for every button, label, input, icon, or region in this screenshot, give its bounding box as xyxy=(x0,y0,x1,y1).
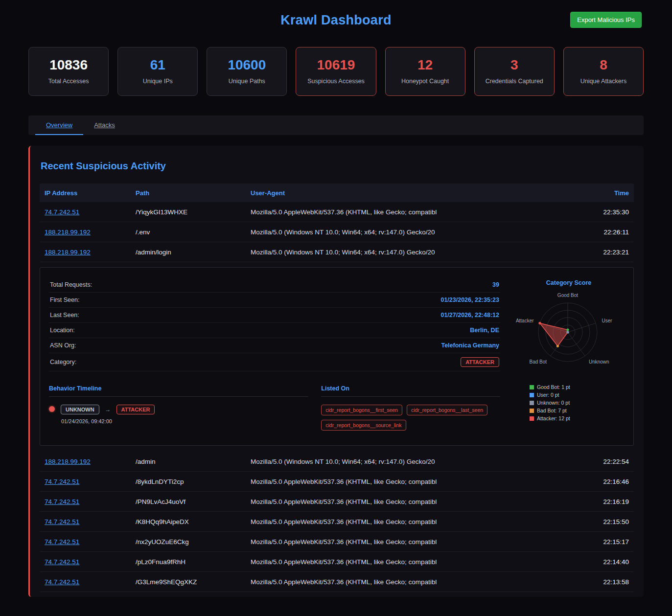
time-cell: 22:15:17 xyxy=(573,538,629,546)
table-row[interactable]: 188.218.99.192 /admin Mozilla/5.0 (Windo… xyxy=(40,452,634,472)
detail-row-first-seen: First Seen: 01/23/2026, 22:35:23 xyxy=(49,293,500,308)
stat-value: 61 xyxy=(121,57,194,73)
table-row[interactable]: 188.218.99.192 /admin/login Mozilla/5.0 … xyxy=(40,242,634,262)
path-cell: /YiqykGI13WHXE xyxy=(136,208,251,216)
tab-attacks[interactable]: Attacks xyxy=(83,115,126,135)
svg-text:Unknown: Unknown xyxy=(589,359,609,365)
table-header-row: IP Address Path User-Agent Time xyxy=(40,183,634,202)
stat-card-unique-paths: 10600 Unique Paths xyxy=(207,47,287,96)
listed-on-badges: cidr_report_bogons__first_seen cidr_repo… xyxy=(321,405,500,431)
stat-label: Honeypot Caught xyxy=(389,78,462,85)
stat-label: Unique IPs xyxy=(121,78,194,85)
listed-on-heading: Listed On xyxy=(321,385,500,397)
category-badge: ATTACKER xyxy=(461,357,499,367)
ip-link[interactable]: 188.218.99.192 xyxy=(45,249,91,256)
column-header-path: Path xyxy=(136,189,251,197)
stat-card-credentials-captured: 3 Credentials Captured xyxy=(474,47,555,96)
tab-bar: Overview Attacks xyxy=(28,115,644,135)
time-cell: 22:15:50 xyxy=(573,518,629,525)
topbar: Krawl Dashboard Export Malicious IPs xyxy=(28,0,644,37)
path-cell: /pLz0Fnua9fRhH xyxy=(136,558,251,566)
svg-text:Attacker: Attacker xyxy=(516,318,534,323)
radar-chart: Good BotUserUnknownBad BotAttacker xyxy=(513,287,625,376)
table-row[interactable]: 74.7.242.51 /nx2yUOZuE6Ckg Mozilla/5.0 A… xyxy=(40,532,634,552)
user-agent-cell: Mozilla/5.0 AppleWebKit/537.36 (KHTML, l… xyxy=(251,538,573,546)
panel-title: Recent Suspicious Activity xyxy=(41,160,634,172)
blocklist-badge[interactable]: cidr_report_bogons__last_seen xyxy=(407,405,487,415)
table-row[interactable]: 74.7.242.51 /YiqykGI13WHXE Mozilla/5.0 A… xyxy=(40,202,634,222)
behavior-timeline-heading: Behavior Timeline xyxy=(49,385,308,397)
detail-label: Category: xyxy=(50,359,76,365)
table-row[interactable]: 74.7.242.51 /pLz0Fnua9fRhH Mozilla/5.0 A… xyxy=(40,552,634,572)
detail-label: First Seen: xyxy=(50,297,79,303)
table-row[interactable]: 74.7.242.51 /K8HQq9hAipeDX Mozilla/5.0 A… xyxy=(40,512,634,532)
table-row[interactable]: 74.7.242.51 /8ykdLnDYTi2cp Mozilla/5.0 A… xyxy=(40,472,634,492)
table-row[interactable]: 188.218.99.192 /.env Mozilla/5.0 (Window… xyxy=(40,222,634,242)
svg-text:Bad Bot: Bad Bot xyxy=(529,359,547,365)
stat-label: Unique Attackers xyxy=(567,78,640,85)
time-cell: 22:13:58 xyxy=(573,578,629,586)
blocklist-badge[interactable]: cidr_report_bogons__first_seen xyxy=(321,405,402,415)
column-header-time: Time xyxy=(573,189,629,197)
table-row[interactable]: 74.7.242.51 /G3Lme9ShEQgXKZ Mozilla/5.0 … xyxy=(40,572,634,592)
time-cell: 22:16:46 xyxy=(573,478,629,485)
export-malicious-ips-button[interactable]: Export Malicious IPs xyxy=(570,12,642,28)
detail-row-location: Location: Berlin, DE xyxy=(49,323,500,338)
column-header-ip: IP Address xyxy=(45,189,136,197)
timeline-to-badge: ATTACKER xyxy=(116,405,155,414)
dashboard: Krawl Dashboard Export Malicious IPs 108… xyxy=(0,0,672,597)
legend-swatch-icon xyxy=(530,385,534,389)
user-agent-cell: Mozilla/5.0 (Windows NT 10.0; Win64; x64… xyxy=(251,228,573,236)
radar-chart-title: Category Score xyxy=(513,279,625,286)
path-cell: /admin xyxy=(136,458,251,465)
user-agent-cell: Mozilla/5.0 AppleWebKit/537.36 (KHTML, l… xyxy=(251,518,573,525)
svg-text:Good Bot: Good Bot xyxy=(557,293,578,298)
suspicious-activity-table: IP Address Path User-Agent Time 74.7.242… xyxy=(40,183,634,592)
stat-label: Unique Paths xyxy=(210,78,283,85)
time-cell: 22:22:54 xyxy=(573,458,629,465)
detail-sub-columns: Behavior Timeline UNKNOWN → ATTACKER xyxy=(49,385,500,431)
stat-label: Total Accesses xyxy=(32,78,105,85)
ip-link[interactable]: 74.7.242.51 xyxy=(45,538,79,546)
path-cell: /PN9LvAcJ4uoVf xyxy=(136,498,251,505)
detail-value: Berlin, DE xyxy=(470,327,499,334)
ip-link[interactable]: 74.7.242.51 xyxy=(45,518,79,525)
stat-card-honeypot-caught: 12 Honeypot Caught xyxy=(385,47,465,96)
timeline-item: UNKNOWN → ATTACKER 01/24/2026, 09:42:00 xyxy=(49,405,308,424)
ip-link[interactable]: 188.218.99.192 xyxy=(45,228,91,236)
detail-row-asn-org: ASN Org: Telefonica Germany xyxy=(49,338,500,353)
ip-link[interactable]: 188.218.99.192 xyxy=(45,458,91,465)
stat-card-unique-attackers: 8 Unique Attackers xyxy=(563,47,644,96)
ip-link[interactable]: 74.7.242.51 xyxy=(45,578,79,586)
radar-legend-item: Bad Bot: 7 pt xyxy=(530,408,625,413)
stat-card-total-accesses: 10836 Total Accesses xyxy=(28,47,109,96)
radar-legend-item: Attacker: 12 pt xyxy=(530,415,625,421)
radar-legend-item: Good Bot: 1 pt xyxy=(530,384,625,390)
radar-legend: Good Bot: 1 ptUser: 0 ptUnknown: 0 ptBad… xyxy=(513,384,625,421)
time-cell: 22:35:30 xyxy=(573,208,629,216)
legend-swatch-icon xyxy=(530,409,534,413)
detail-value: 01/23/2026, 22:35:23 xyxy=(440,297,499,303)
ip-link[interactable]: 74.7.242.51 xyxy=(45,558,79,566)
ip-link[interactable]: 74.7.242.51 xyxy=(45,478,79,485)
legend-swatch-icon xyxy=(530,401,534,405)
legend-label: User: 0 pt xyxy=(537,392,559,398)
table-row[interactable]: 74.7.242.51 /PN9LvAcJ4uoVf Mozilla/5.0 A… xyxy=(40,492,634,512)
legend-label: Attacker: 12 pt xyxy=(537,415,570,421)
path-cell: /8ykdLnDYTi2cp xyxy=(136,478,251,485)
detail-row-total-requests: Total Requests: 39 xyxy=(49,277,500,293)
legend-label: Unknown: 0 pt xyxy=(537,400,570,406)
timeline-from-badge: UNKNOWN xyxy=(61,405,99,414)
tab-overview[interactable]: Overview xyxy=(35,115,83,135)
detail-row-category: Category: ATTACKER xyxy=(49,353,500,371)
user-agent-cell: Mozilla/5.0 AppleWebKit/537.36 (KHTML, l… xyxy=(251,498,573,505)
stat-label: Credentials Captured xyxy=(478,78,551,85)
ip-link[interactable]: 74.7.242.51 xyxy=(45,208,79,216)
ip-link[interactable]: 74.7.242.51 xyxy=(45,498,79,505)
legend-label: Bad Bot: 7 pt xyxy=(537,408,567,413)
detail-value: 39 xyxy=(492,281,499,288)
radar-legend-item: User: 0 pt xyxy=(530,392,625,398)
path-cell: /K8HQq9hAipeDX xyxy=(136,518,251,525)
recent-suspicious-activity-panel: Recent Suspicious Activity IP Address Pa… xyxy=(28,146,644,597)
blocklist-badge[interactable]: cidr_report_bogons__source_link xyxy=(321,420,406,431)
